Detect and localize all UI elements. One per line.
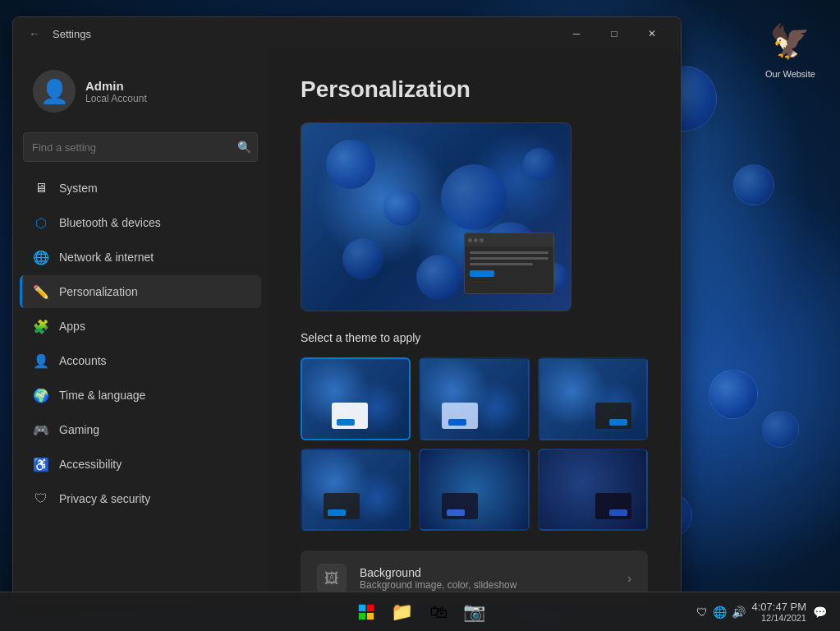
- sidebar-label-personalization: Personalization: [59, 285, 138, 298]
- theme-2-accent: [448, 419, 466, 426]
- svg-rect-2: [358, 612, 365, 619]
- background-card-title: Background: [360, 566, 614, 579]
- svg-rect-1: [366, 604, 373, 610]
- theme-preview: [301, 122, 571, 311]
- accounts-icon: 👤: [33, 352, 49, 369]
- theme-5-accent: [447, 509, 465, 516]
- taskbar-files-icon[interactable]: 📁: [386, 596, 419, 629]
- sidebar-label-gaming: Gaming: [59, 423, 99, 436]
- search-input[interactable]: [23, 132, 258, 162]
- tray-notification-icon[interactable]: 💬: [813, 606, 827, 619]
- sidebar-item-time[interactable]: 🌍 Time & language: [20, 379, 261, 412]
- taskbar: 📁 🛍 📷 🛡 🌐 🔊 4:07:47 PM 12/14/2021 💬: [0, 592, 840, 631]
- preview-line-2: [470, 257, 549, 260]
- user-subtitle: Local Account: [85, 93, 147, 104]
- sidebar-item-accounts[interactable]: 👤 Accounts: [20, 344, 261, 377]
- theme-1-accent: [337, 419, 355, 426]
- sidebar-item-network[interactable]: 🌐 Network & internet: [20, 241, 261, 274]
- page-title: Personalization: [301, 76, 648, 103]
- background-card-text: Background Background image, color, slid…: [360, 566, 614, 591]
- user-profile[interactable]: 👤 Admin Local Account: [20, 57, 261, 126]
- preview-window-content: [465, 246, 553, 282]
- sidebar-item-apps[interactable]: 🧩 Apps: [20, 310, 261, 343]
- preview-dot-2: [474, 238, 478, 242]
- sidebar-item-gaming[interactable]: 🎮 Gaming: [20, 413, 261, 446]
- preview-dot-3: [480, 238, 484, 242]
- sidebar-item-bluetooth[interactable]: ⬡ Bluetooth & devices: [20, 206, 261, 239]
- personalization-icon: ✏️: [33, 283, 49, 300]
- theme-6-accent: [609, 509, 627, 516]
- network-icon: 🌐: [33, 249, 49, 265]
- phoenix-logo-area: 🦅 Our Website: [765, 16, 815, 79]
- preview-line-1: [470, 251, 549, 254]
- window-title: Settings: [53, 28, 91, 40]
- search-icon: 🔍: [237, 140, 251, 154]
- maximize-button[interactable]: □: [595, 21, 633, 47]
- sidebar-label-bluetooth: Bluetooth & devices: [59, 216, 161, 229]
- tray-icon-sound: 🔊: [732, 606, 746, 619]
- avatar: 👤: [33, 70, 76, 113]
- sidebar-item-personalization[interactable]: ✏️ Personalization: [20, 275, 261, 308]
- theme-4-accent: [328, 509, 346, 516]
- theme-item-5[interactable]: [419, 449, 529, 532]
- taskbar-clock[interactable]: 4:07:47 PM 12/14/2021: [752, 601, 807, 623]
- minimize-button[interactable]: ─: [558, 21, 595, 47]
- phoenix-label: Our Website: [765, 69, 815, 79]
- apps-icon: 🧩: [33, 318, 49, 334]
- svg-rect-0: [358, 604, 365, 610]
- accessibility-icon: ♿: [33, 456, 49, 472]
- theme-item-6[interactable]: [538, 449, 648, 532]
- user-info: Admin Local Account: [85, 79, 147, 104]
- user-name: Admin: [85, 79, 147, 93]
- chevron-right-icon: ›: [627, 572, 631, 585]
- settings-window: ← Settings ─ □ ✕ 👤 Admin Local Account 🔍: [12, 16, 682, 604]
- preview-window-overlay: [464, 233, 554, 294]
- time-icon: 🌍: [33, 387, 49, 403]
- sidebar-item-accessibility[interactable]: ♿ Accessibility: [20, 448, 261, 481]
- sidebar-label-accounts: Accounts: [59, 354, 107, 367]
- preview-dot-1: [468, 238, 472, 242]
- sidebar-item-system[interactable]: 🖥 System: [20, 172, 261, 205]
- clock-time: 4:07:47 PM: [752, 601, 807, 613]
- title-bar: ← Settings ─ □ ✕: [13, 17, 681, 50]
- select-theme-label: Select a theme to apply: [301, 331, 648, 344]
- background-icon: 🖼: [317, 564, 347, 593]
- preview-accent-btn: [470, 270, 494, 277]
- theme-item-3[interactable]: [538, 357, 648, 440]
- gaming-icon: 🎮: [33, 421, 49, 438]
- sidebar-label-system: System: [59, 182, 98, 195]
- system-tray-icons: 🛡 🌐 🔊: [696, 606, 746, 619]
- taskbar-camera-icon[interactable]: 📷: [458, 596, 491, 629]
- phoenix-logo-icon: 🦅: [765, 16, 815, 66]
- theme-3-accent: [609, 419, 627, 426]
- taskbar-right: 🛡 🌐 🔊 4:07:47 PM 12/14/2021 💬: [696, 601, 828, 623]
- theme-item-1[interactable]: [301, 357, 411, 440]
- sidebar-item-privacy[interactable]: 🛡 Privacy & security: [20, 482, 261, 515]
- background-card-subtitle: Background image, color, slideshow: [360, 579, 614, 591]
- window-controls: ─ □ ✕: [558, 21, 671, 47]
- search-box: 🔍: [23, 132, 258, 162]
- taskbar-start-icon[interactable]: [350, 596, 383, 629]
- taskbar-store-icon[interactable]: 🛍: [422, 596, 455, 629]
- tray-icon-shield: 🛡: [696, 606, 708, 619]
- close-button[interactable]: ✕: [633, 21, 671, 47]
- svg-rect-3: [366, 612, 373, 619]
- taskbar-center: 📁 🛍 📷: [350, 596, 491, 629]
- content-area: Personalization: [268, 50, 681, 603]
- privacy-icon: 🛡: [33, 491, 49, 507]
- clock-date: 12/14/2021: [752, 613, 807, 623]
- sidebar-label-apps: Apps: [59, 320, 85, 333]
- sidebar-label-accessibility: Accessibility: [59, 458, 122, 471]
- theme-grid: [301, 357, 648, 531]
- preview-line-3: [470, 263, 533, 265]
- sidebar: 👤 Admin Local Account 🔍 🖥 System ⬡ Bluet…: [13, 50, 268, 603]
- system-icon: 🖥: [33, 180, 49, 196]
- bluetooth-icon: ⬡: [33, 214, 49, 231]
- back-button[interactable]: ←: [23, 22, 46, 45]
- theme-item-2[interactable]: [419, 357, 529, 440]
- sidebar-label-privacy: Privacy & security: [59, 492, 150, 505]
- tray-icon-network: 🌐: [713, 606, 727, 619]
- theme-item-4[interactable]: [301, 449, 411, 532]
- preview-window-bar: [465, 233, 553, 246]
- sidebar-label-time: Time & language: [59, 389, 145, 402]
